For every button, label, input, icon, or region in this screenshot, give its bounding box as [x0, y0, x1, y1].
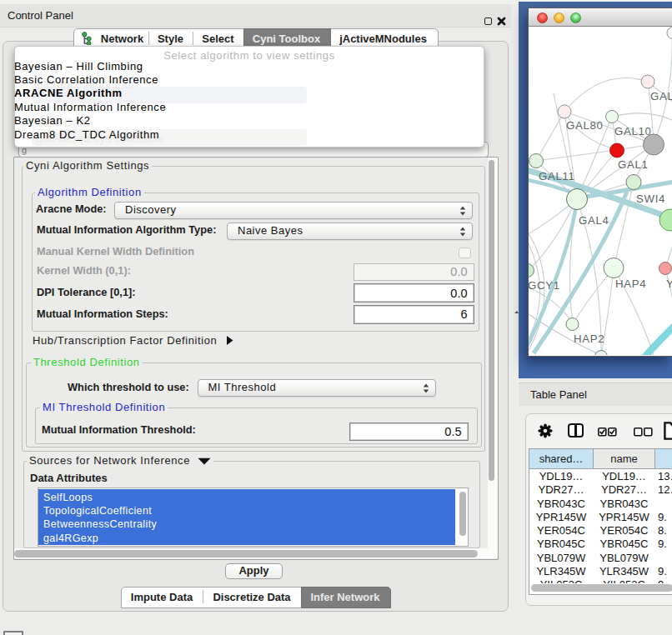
svg-text:GAL1: GAL1: [618, 158, 649, 171]
svg-text:GAL: GAL: [650, 90, 672, 102]
svg-text:HAP4: HAP4: [615, 278, 646, 290]
svg-text:GAL11: GAL11: [539, 170, 575, 182]
svg-text:GAL4: GAL4: [579, 214, 609, 227]
svg-text:GAL80: GAL80: [566, 119, 604, 132]
svg-text:Y: Y: [666, 278, 672, 290]
svg-text:GCY1: GCY1: [529, 279, 560, 292]
svg-text:GAL10: GAL10: [614, 125, 652, 138]
svg-text:HAP2: HAP2: [574, 332, 604, 345]
svg-text:SWI4: SWI4: [636, 192, 665, 205]
